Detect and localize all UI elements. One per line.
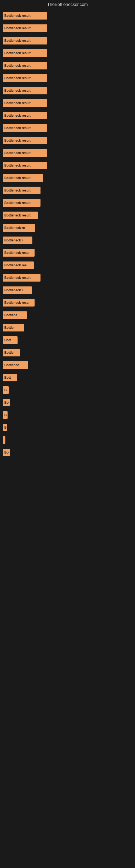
bar-row: Bott: [3, 374, 132, 381]
result-bar[interactable]: Bottleneck result: [3, 149, 47, 157]
result-bar[interactable]: Bottler: [3, 324, 24, 332]
bar-row: [3, 436, 132, 444]
result-bar[interactable]: Bottle: [3, 349, 20, 356]
bar-label: Bottleneck result: [4, 163, 31, 167]
result-bar[interactable]: Bottleneck result: [3, 187, 41, 194]
result-bar[interactable]: Bottleneck result: [3, 212, 38, 219]
result-bar[interactable]: Bottleneck result: [3, 112, 47, 119]
bar-row: B: [3, 424, 132, 431]
result-bar[interactable]: Bottleneck result: [3, 24, 47, 32]
bar-label: Bott: [4, 376, 11, 379]
result-bar[interactable]: Bottleneck result: [3, 74, 47, 82]
site-title: TheBottlenecker.com: [0, 0, 135, 9]
bar-row: Bottleneck result: [3, 124, 132, 132]
bar-row: B: [3, 386, 132, 394]
bar-row: Bottlene: [3, 311, 132, 319]
result-bar[interactable]: Bottleneck r: [3, 286, 32, 294]
bar-label: Bottleneck r: [4, 239, 23, 242]
bar-label: Bottleneck result: [4, 14, 31, 18]
bar-row: Bottleneck result: [3, 62, 132, 69]
bar-label: Bottleneck resu: [4, 251, 29, 255]
result-bar[interactable]: Bottleneck re: [3, 224, 35, 231]
bar-label: Bo: [4, 451, 9, 454]
bar-row: Bottleneck resu: [3, 249, 132, 257]
bar-label: Bottleneck result: [4, 151, 31, 155]
bar-label: B: [4, 388, 7, 392]
bar-row: Bottleneck r: [3, 237, 132, 244]
bar-label: Bottlenec: [4, 363, 19, 367]
bar-row: Bottler: [3, 324, 132, 332]
result-bar[interactable]: Bo: [3, 399, 10, 406]
bar-row: Bo: [3, 399, 132, 406]
bar-row: Bottleneck result: [3, 74, 132, 82]
bar-label: Bottleneck result: [4, 89, 31, 93]
bar-label: Bottleneck resu: [4, 301, 29, 305]
result-bar[interactable]: B: [3, 411, 8, 419]
result-bar[interactable]: Bo: [3, 448, 10, 456]
bar-label: Bottleneck result: [4, 51, 31, 55]
bar-row: Bottleneck result: [3, 99, 132, 107]
result-bar[interactable]: B: [3, 386, 9, 394]
bar-row: Bottleneck resu: [3, 299, 132, 307]
bar-row: Bottleneck r: [3, 286, 132, 294]
bar-label: Bottleneck result: [4, 188, 31, 192]
result-bar[interactable]: [3, 436, 5, 444]
bar-row: Bottleneck result: [3, 174, 132, 182]
bar-row: Bottleneck result: [3, 137, 132, 144]
result-bar[interactable]: Bottleneck result: [3, 199, 41, 207]
result-bar[interactable]: Bott: [3, 374, 17, 381]
result-bar[interactable]: Bottleneck result: [3, 62, 47, 69]
result-bar[interactable]: Bottleneck result: [3, 50, 47, 57]
bar-label: B: [4, 413, 7, 417]
result-bar[interactable]: Bottleneck result: [3, 274, 41, 282]
bar-label: Bottleneck r: [4, 288, 23, 292]
result-bar[interactable]: Bottleneck result: [3, 174, 43, 182]
bar-label: Bottleneck result: [4, 176, 31, 180]
result-bar[interactable]: Bottlenec: [3, 361, 28, 369]
bar-row: Bottleneck result: [3, 112, 132, 119]
bar-row: Bottleneck result: [3, 12, 132, 20]
bar-label: Bottleneck result: [4, 201, 31, 205]
result-bar[interactable]: Bottleneck resu: [3, 249, 35, 257]
bar-label: B: [4, 426, 7, 429]
result-bar[interactable]: Bottleneck result: [3, 124, 47, 132]
bar-label: Bottlene: [4, 313, 17, 317]
bar-row: Bottleneck result: [3, 199, 132, 207]
result-bar[interactable]: Bottleneck r: [3, 237, 32, 244]
bar-row: Bottleneck result: [3, 212, 132, 219]
bar-label: Bottleneck result: [4, 114, 31, 118]
result-bar[interactable]: Bott: [3, 336, 17, 344]
bar-row: Bo: [3, 448, 132, 456]
bar-label: Bottleneck result: [4, 101, 31, 105]
bar-row: Bottleneck re: [3, 224, 132, 231]
result-bar[interactable]: B: [3, 424, 7, 431]
result-bar[interactable]: Bottleneck result: [3, 162, 47, 169]
result-bar[interactable]: Bottlene: [3, 311, 27, 319]
bar-label: Bott: [4, 338, 11, 342]
bar-label: Bottleneck result: [4, 214, 31, 217]
result-bar[interactable]: Bottleneck resu: [3, 299, 35, 307]
bar-row: Bott: [3, 336, 132, 344]
result-bar[interactable]: Bottleneck result: [3, 12, 47, 20]
bar-label: Bottleneck result: [4, 76, 31, 80]
result-bar[interactable]: Bottleneck result: [3, 99, 47, 107]
bar-row: Bottleneck result: [3, 24, 132, 32]
title-text: TheBottlenecker.com: [47, 2, 88, 7]
bar-label: Bottleneck result: [4, 138, 31, 143]
bar-label: Bottleneck result: [4, 26, 31, 30]
bar-row: Bottleneck result: [3, 274, 132, 282]
bar-row: Bottleneck result: [3, 162, 132, 169]
bar-row: Bottlenec: [3, 361, 132, 369]
result-bar[interactable]: Bottleneck res: [3, 261, 34, 269]
bar-label: Bottleneck result: [4, 64, 31, 67]
bar-label: Bottleneck res: [4, 264, 27, 267]
result-bar[interactable]: Bottleneck result: [3, 37, 47, 44]
result-bar[interactable]: Bottleneck result: [3, 137, 47, 144]
bar-row: Bottleneck result: [3, 87, 132, 94]
bars-container: Bottleneck resultBottleneck resultBottle…: [0, 9, 135, 464]
bar-label: Bottle: [4, 351, 13, 354]
bar-row: B: [3, 411, 132, 419]
bar-label: Bo: [4, 401, 9, 404]
bar-label: Bottleneck result: [4, 276, 31, 280]
result-bar[interactable]: Bottleneck result: [3, 87, 47, 94]
